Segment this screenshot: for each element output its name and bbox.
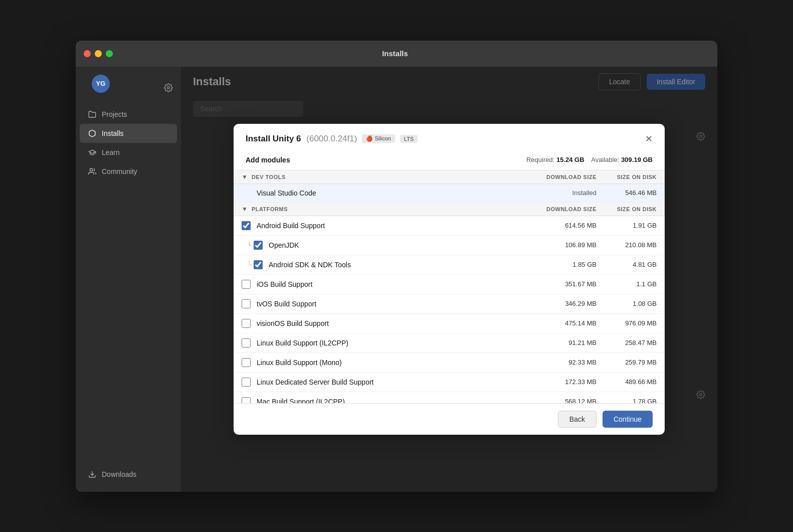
install-dialog: Install Unity 6 (6000.0.24f1) 🍎 Silicon … <box>234 124 665 435</box>
sidebar-item-learn[interactable]: Learn <box>80 143 177 162</box>
row-disk-android: 1.91 GB <box>597 222 657 229</box>
table-row: └ Android SDK & NDK Tools 1.85 GB 4.81 G… <box>234 255 665 275</box>
checkbox-visionos[interactable] <box>242 319 251 328</box>
people-icon <box>88 167 97 176</box>
graduation-icon <box>88 148 97 157</box>
table-row: tvOS Build Support 346.29 MB 1.08 GB <box>234 294 665 314</box>
row-label-ios: iOS Build Support <box>257 280 531 288</box>
table-row: visionOS Build Support 475.14 MB 976.09 … <box>234 314 665 333</box>
sidebar-item-label: Downloads <box>102 470 136 478</box>
row-label-android-sdk: Android SDK & NDK Tools <box>269 261 531 269</box>
back-button[interactable]: Back <box>558 411 597 428</box>
table-row: iOS Build Support 351.67 MB 1.1 GB <box>234 275 665 294</box>
svg-point-1 <box>90 168 92 171</box>
checkbox-ios[interactable] <box>242 280 251 289</box>
chevron-down-icon: ▼ <box>242 206 248 213</box>
avatar[interactable]: YG <box>92 75 110 93</box>
table-row: Mac Build Support (IL2CPP) 568.12 MB 1.7… <box>234 392 665 403</box>
sidebar: YG Projects Installs <box>76 67 181 492</box>
dialog-title-text: Install Unity 6 (6000.0.24f1) <box>246 134 357 144</box>
row-disk-mac-il2cpp: 1.78 GB <box>597 398 657 403</box>
row-disk-tvos: 1.08 GB <box>597 300 657 307</box>
row-value-disk: 546.46 MB <box>597 189 657 197</box>
section-name-dev-tools: DEV TOOLS <box>252 174 531 180</box>
table-row: Linux Dedicated Server Build Support 172… <box>234 373 665 392</box>
continue-button[interactable]: Continue <box>603 411 653 428</box>
row-label-openjdk: OpenJDK <box>269 241 531 249</box>
main-content: Installs Locate Install Editor <box>181 67 717 492</box>
title-bar: Installs <box>76 41 717 67</box>
app-body: YG Projects Installs <box>76 67 717 492</box>
row-download-openjdk: 106.89 MB <box>531 241 597 249</box>
checkbox-openjdk[interactable] <box>254 241 263 250</box>
dialog-header: Install Unity 6 (6000.0.24f1) 🍎 Silicon … <box>234 124 665 152</box>
row-download-android: 614.56 MB <box>531 222 597 229</box>
chevron-down-icon: ▼ <box>242 173 248 181</box>
add-modules-label: Add modules <box>246 156 290 164</box>
dialog-footer: Back Continue <box>234 403 665 435</box>
row-label-linux-server: Linux Dedicated Server Build Support <box>257 378 531 386</box>
col-header-download: DOWNLOAD SIZE <box>531 174 597 180</box>
checkbox-mac-il2cpp[interactable] <box>242 397 251 403</box>
dialog-close-button[interactable]: ✕ <box>645 134 653 143</box>
window-title: Installs <box>81 49 709 58</box>
row-indent: └ <box>242 241 254 249</box>
gear-icon[interactable] <box>164 83 173 92</box>
checkbox-linux-mono[interactable] <box>242 358 251 367</box>
row-disk-openjdk: 210.08 MB <box>597 241 657 249</box>
row-download-mac-il2cpp: 568.12 MB <box>531 398 597 403</box>
row-download-linux-server: 172.33 MB <box>531 378 597 386</box>
sidebar-item-label: Learn <box>102 148 120 156</box>
badge-lts: LTS <box>400 135 418 143</box>
row-indent: └ <box>242 261 254 268</box>
table-row: └ OpenJDK 106.89 MB 210.08 MB <box>234 236 665 255</box>
row-label-android: Android Build Support <box>257 222 531 230</box>
section-header-dev-tools[interactable]: ▼ DEV TOOLS DOWNLOAD SIZE SIZE ON DISK <box>234 170 665 184</box>
row-label-vscode: Visual Studio Code <box>257 189 531 197</box>
row-download-android-sdk: 1.85 GB <box>531 261 597 268</box>
row-download-linux-mono: 92.33 MB <box>531 359 597 366</box>
row-disk-visionos: 976.09 MB <box>597 319 657 327</box>
row-label-linux-il2cpp: Linux Build Support (IL2CPP) <box>257 339 531 347</box>
row-download-ios: 351.67 MB <box>531 280 597 288</box>
svg-point-0 <box>167 86 170 89</box>
sidebar-item-label: Community <box>102 167 137 175</box>
row-label-mac-il2cpp: Mac Build Support (IL2CPP) <box>257 398 531 403</box>
table-row: Visual Studio Code Installed 546.46 MB <box>234 184 665 203</box>
dialog-subheader: Add modules Required: 15.24 GB Available… <box>234 152 665 170</box>
sidebar-header: YG <box>76 75 181 101</box>
checkbox-linux-il2cpp[interactable] <box>242 338 251 347</box>
table-row: Android Build Support 614.56 MB 1.91 GB <box>234 216 665 236</box>
checkbox-android-sdk[interactable] <box>254 260 263 269</box>
checkbox-tvos[interactable] <box>242 299 251 308</box>
row-label-linux-mono: Linux Build Support (Mono) <box>257 359 531 367</box>
table-row: Linux Build Support (Mono) 92.33 MB 259.… <box>234 353 665 373</box>
checkbox-android[interactable] <box>242 221 251 230</box>
row-disk-ios: 1.1 GB <box>597 280 657 288</box>
dialog-title: Install Unity 6 (6000.0.24f1) 🍎 Silicon … <box>246 134 418 144</box>
col-header-disk-platforms: SIZE ON DISK <box>597 206 657 212</box>
section-header-platforms[interactable]: ▼ PLATFORMS DOWNLOAD SIZE SIZE ON DISK <box>234 203 665 216</box>
sidebar-item-projects[interactable]: Projects <box>80 105 177 124</box>
checkbox-linux-server[interactable] <box>242 378 251 387</box>
sidebar-item-label: Projects <box>102 110 127 118</box>
box-icon <box>88 129 97 138</box>
badge-silicon: 🍎 Silicon <box>362 134 394 143</box>
sidebar-item-installs[interactable]: Installs <box>80 124 177 143</box>
section-name-platforms: PLATFORMS <box>252 206 531 212</box>
row-download-tvos: 346.29 MB <box>531 300 597 307</box>
sidebar-item-downloads[interactable]: Downloads <box>80 465 177 484</box>
sidebar-item-label: Installs <box>102 129 124 137</box>
folder-icon <box>88 110 97 119</box>
dialog-table[interactable]: ▼ DEV TOOLS DOWNLOAD SIZE SIZE ON DISK V… <box>234 170 665 403</box>
installed-badge: Installed <box>531 189 597 197</box>
row-label-visionos: visionOS Build Support <box>257 319 531 327</box>
row-disk-android-sdk: 4.81 GB <box>597 261 657 268</box>
sidebar-bottom: Downloads <box>76 465 181 484</box>
row-label-tvos: tvOS Build Support <box>257 300 531 308</box>
col-header-download-platforms: DOWNLOAD SIZE <box>531 206 597 212</box>
disk-info: Required: 15.24 GB Available: 309.19 GB <box>526 156 653 163</box>
app-window: Installs YG Projects <box>76 41 717 492</box>
table-row: Linux Build Support (IL2CPP) 91.21 MB 25… <box>234 333 665 353</box>
sidebar-item-community[interactable]: Community <box>80 162 177 181</box>
